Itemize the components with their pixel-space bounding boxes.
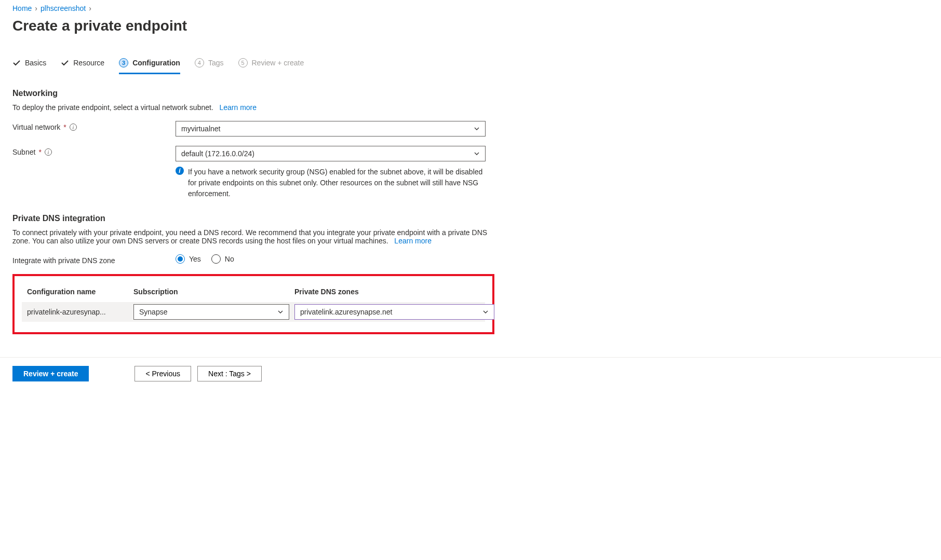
integrate-label: Integrate with private DNS zone — [12, 254, 176, 265]
previous-button[interactable]: < Previous — [135, 366, 191, 381]
tab-basics[interactable]: Basics — [12, 55, 46, 74]
page-title: Create a private endpoint — [12, 18, 929, 34]
radio-yes[interactable]: Yes — [176, 254, 201, 264]
step-number: 4 — [195, 58, 204, 67]
tab-configuration[interactable]: 3 Configuration — [119, 55, 180, 74]
nsg-note-text: If you have a network security group (NS… — [188, 167, 486, 199]
nsg-note: i If you have a network security group (… — [176, 167, 486, 199]
subscription-value: Synapse — [139, 308, 167, 316]
radio-icon — [211, 254, 221, 264]
tab-label: Configuration — [132, 59, 180, 67]
subscription-select[interactable]: Synapse — [133, 304, 289, 320]
vnet-value: myvirtualnet — [181, 125, 220, 133]
chevron-right-icon: › — [89, 4, 91, 12]
tab-resource[interactable]: Resource — [61, 55, 104, 74]
check-icon — [61, 59, 69, 67]
tab-review[interactable]: 5 Review + create — [238, 55, 304, 74]
col-config-name: Configuration name — [27, 288, 128, 296]
step-number: 3 — [119, 58, 128, 67]
tab-label: Tags — [208, 59, 224, 67]
required-asterisk: * — [63, 123, 66, 131]
col-dns-zones: Private DNS zones — [294, 288, 494, 296]
col-subscription: Subscription — [133, 288, 289, 296]
info-icon[interactable]: i — [45, 148, 52, 156]
tab-tags[interactable]: 4 Tags — [195, 55, 224, 74]
breadcrumb: Home › plhscreenshot › — [12, 4, 929, 12]
review-create-button[interactable]: Review + create — [12, 366, 89, 381]
dns-heading: Private DNS integration — [12, 214, 929, 223]
networking-desc: To deploy the private endpoint, select a… — [12, 103, 490, 112]
dns-zone-value: privatelink.azuresynapse.net — [300, 308, 392, 316]
radio-no[interactable]: No — [211, 254, 234, 264]
step-number: 5 — [238, 58, 248, 67]
chevron-down-icon — [474, 151, 480, 157]
tabs: Basics Resource 3 Configuration 4 Tags 5… — [12, 55, 929, 74]
networking-section: Networking To deploy the private endpoin… — [12, 89, 929, 199]
dns-desc: To connect privately with your private e… — [12, 228, 490, 245]
subnet-select[interactable]: default (172.16.0.0/24) — [176, 146, 486, 161]
breadcrumb-item[interactable]: plhscreenshot — [41, 4, 86, 12]
vnet-label: Virtual network * i — [12, 121, 176, 131]
tab-label: Basics — [25, 59, 46, 67]
label-text: Integrate with private DNS zone — [12, 256, 115, 265]
chevron-right-icon: › — [35, 4, 37, 12]
dns-config-highlight: Configuration name Subscription Private … — [12, 274, 494, 334]
footer: Review + create < Previous Next : Tags > — [0, 357, 941, 390]
desc-text: To deploy the private endpoint, select a… — [12, 103, 213, 112]
chevron-down-icon — [482, 309, 489, 315]
subnet-value: default (172.16.0.0/24) — [181, 149, 254, 158]
radio-label: Yes — [189, 255, 201, 263]
info-icon: i — [176, 167, 184, 175]
breadcrumb-home[interactable]: Home — [12, 4, 32, 12]
subnet-label: Subnet * i — [12, 146, 176, 156]
dns-row: privatelink-azuresynap... Synapse privat… — [22, 302, 485, 322]
vnet-select[interactable]: myvirtualnet — [176, 121, 486, 136]
dns-table: Configuration name Subscription Private … — [22, 284, 485, 322]
check-icon — [12, 59, 21, 67]
label-text: Subnet — [12, 148, 35, 156]
dns-section: Private DNS integration To connect priva… — [12, 214, 929, 334]
chevron-down-icon — [277, 309, 284, 315]
tab-label: Review + create — [252, 59, 304, 67]
label-text: Virtual network — [12, 123, 60, 131]
chevron-down-icon — [474, 126, 480, 132]
next-button[interactable]: Next : Tags > — [197, 366, 262, 381]
radio-icon — [176, 254, 185, 264]
radio-label: No — [225, 255, 234, 263]
required-asterisk: * — [38, 148, 41, 156]
networking-heading: Networking — [12, 89, 929, 98]
info-icon[interactable]: i — [70, 124, 77, 131]
config-name-cell: privatelink-azuresynap... — [27, 306, 128, 318]
learn-more-link[interactable]: Learn more — [394, 237, 432, 245]
learn-more-link[interactable]: Learn more — [219, 103, 257, 112]
tab-label: Resource — [73, 59, 104, 67]
dns-zone-select[interactable]: privatelink.azuresynapse.net — [294, 304, 494, 320]
